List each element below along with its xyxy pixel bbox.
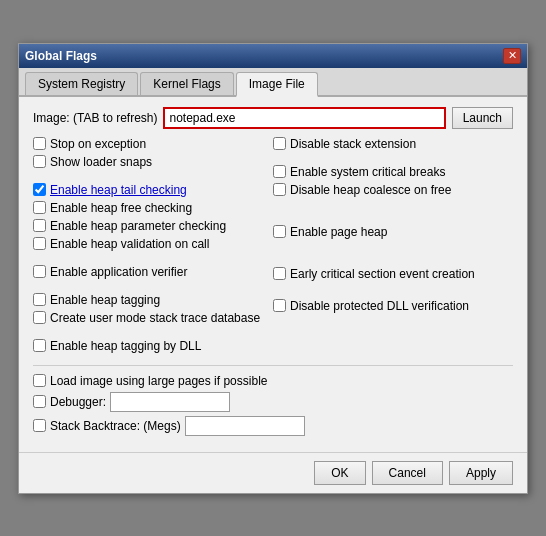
checkbox-early-critical-section: Early critical section event creation [273,267,513,281]
checkbox-disable-protected-dll-label: Disable protected DLL verification [290,299,469,313]
checkbox-system-critical-breaks: Enable system critical breaks [273,165,513,179]
checkbox-enable-page-heap-label: Enable page heap [290,225,387,239]
ok-button[interactable]: OK [314,461,365,485]
checkbox-stop-on-exception-label: Stop on exception [50,137,146,151]
global-flags-window: Global Flags ✕ System Registry Kernel Fl… [18,43,528,494]
checkbox-disable-stack-extension: Disable stack extension [273,137,513,151]
col-right: Disable stack extension Enable system cr… [273,137,513,357]
checkbox-heap-parameter-checking: Enable heap parameter checking [33,219,273,233]
checkbox-disable-stack-extension-input[interactable] [273,137,286,150]
image-input[interactable] [163,107,445,129]
checkbox-heap-tail-checking: Enable heap tail checking [33,183,273,197]
checkbox-system-critical-breaks-label: Enable system critical breaks [290,165,445,179]
checkbox-early-critical-section-label: Early critical section event creation [290,267,475,281]
checkbox-heap-tail-checking-label: Enable heap tail checking [50,183,187,197]
checkbox-app-verifier-input[interactable] [33,265,46,278]
checkbox-heap-validation-on-call: Enable heap validation on call [33,237,273,251]
checkbox-heap-tagging-label: Enable heap tagging [50,293,160,307]
tab-image-file[interactable]: Image File [236,72,318,97]
checkbox-user-mode-stack-trace-input[interactable] [33,311,46,324]
checkbox-user-mode-stack-trace: Create user mode stack trace database [33,311,273,325]
col-left: Stop on exception Show loader snaps Enab… [33,137,273,357]
checkbox-user-mode-stack-trace-label: Create user mode stack trace database [50,311,260,325]
checkbox-disable-heap-coalesce: Disable heap coalesce on free [273,183,513,197]
close-button[interactable]: ✕ [503,48,521,64]
stack-backtrace-value-input[interactable] [185,416,305,436]
checkbox-disable-stack-extension-label: Disable stack extension [290,137,416,151]
tab-bar: System Registry Kernel Flags Image File [19,68,527,97]
checkbox-heap-tagging: Enable heap tagging [33,293,273,307]
checkbox-heap-tail-checking-input[interactable] [33,183,46,196]
checkbox-enable-page-heap-input[interactable] [273,225,286,238]
checkbox-heap-free-checking: Enable heap free checking [33,201,273,215]
checkbox-disable-protected-dll-input[interactable] [273,299,286,312]
image-label: Image: (TAB to refresh) [33,111,157,125]
checkbox-app-verifier-label: Enable application verifier [50,265,187,279]
checkbox-stop-on-exception-input[interactable] [33,137,46,150]
checkbox-large-pages-label: Load image using large pages if possible [50,374,267,388]
checkbox-system-critical-breaks-input[interactable] [273,165,286,178]
bottom-section: Load image using large pages if possible… [33,365,513,436]
debugger-row: Debugger: [33,392,513,412]
checkbox-large-pages: Load image using large pages if possible [33,374,513,388]
checkbox-heap-parameter-checking-label: Enable heap parameter checking [50,219,226,233]
checkbox-heap-tagging-dll: Enable heap tagging by DLL [33,339,273,353]
checkbox-disable-protected-dll: Disable protected DLL verification [273,299,513,313]
tab-kernel-flags[interactable]: Kernel Flags [140,72,233,95]
checkbox-app-verifier: Enable application verifier [33,265,273,279]
options-area: Stop on exception Show loader snaps Enab… [33,137,513,357]
checkbox-heap-tagging-dll-label: Enable heap tagging by DLL [50,339,201,353]
checkbox-heap-validation-on-call-label: Enable heap validation on call [50,237,209,251]
checkbox-stack-backtrace-input[interactable] [33,419,46,432]
checkbox-enable-page-heap: Enable page heap [273,225,513,239]
checkbox-early-critical-section-input[interactable] [273,267,286,280]
cancel-button[interactable]: Cancel [372,461,443,485]
checkbox-show-loader-snaps-label: Show loader snaps [50,155,152,169]
checkbox-disable-heap-coalesce-input[interactable] [273,183,286,196]
apply-button[interactable]: Apply [449,461,513,485]
tab-content: Image: (TAB to refresh) Launch Stop on e… [19,97,527,448]
debugger-label: Debugger: [50,395,106,409]
checkbox-large-pages-input[interactable] [33,374,46,387]
stack-backtrace-label: Stack Backtrace: (Megs) [50,419,181,433]
image-row: Image: (TAB to refresh) Launch [33,107,513,129]
checkbox-debugger-input[interactable] [33,395,46,408]
checkbox-heap-free-checking-label: Enable heap free checking [50,201,192,215]
window-title: Global Flags [25,49,97,63]
launch-button[interactable]: Launch [452,107,513,129]
checkbox-heap-free-checking-input[interactable] [33,201,46,214]
checkbox-show-loader-snaps-input[interactable] [33,155,46,168]
checkbox-heap-tagging-input[interactable] [33,293,46,306]
checkbox-heap-validation-on-call-input[interactable] [33,237,46,250]
title-bar: Global Flags ✕ [19,44,527,68]
checkbox-show-loader-snaps: Show loader snaps [33,155,273,169]
checkbox-stop-on-exception: Stop on exception [33,137,273,151]
stack-backtrace-row: Stack Backtrace: (Megs) [33,416,513,436]
tab-system-registry[interactable]: System Registry [25,72,138,95]
button-bar: OK Cancel Apply [19,452,527,493]
checkbox-disable-heap-coalesce-label: Disable heap coalesce on free [290,183,451,197]
checkbox-heap-parameter-checking-input[interactable] [33,219,46,232]
checkbox-heap-tagging-dll-input[interactable] [33,339,46,352]
debugger-value-input[interactable] [110,392,230,412]
